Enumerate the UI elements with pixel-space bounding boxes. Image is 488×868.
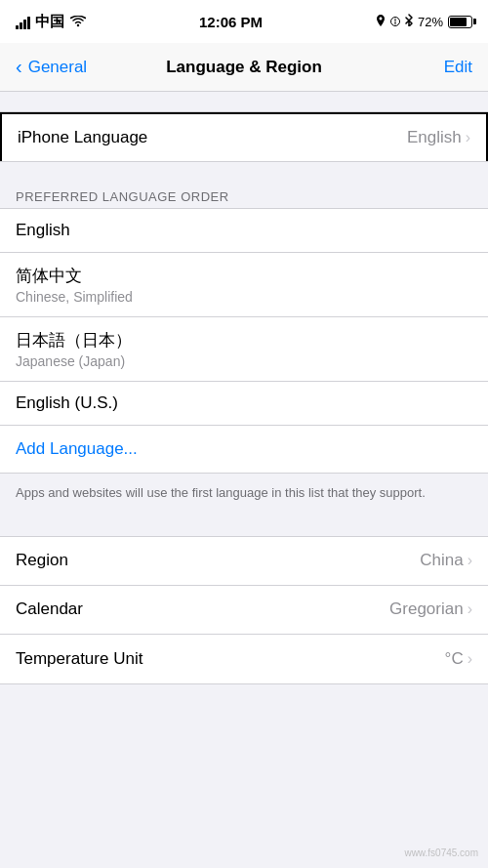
back-label: General	[28, 58, 87, 77]
list-item[interactable]: 简体中文 Chinese, Simplified	[0, 253, 488, 317]
page-title: Language & Region	[166, 58, 322, 77]
svg-marker-6	[394, 21, 396, 25]
add-language-button[interactable]: Add Language...	[0, 425, 488, 474]
list-item[interactable]: English	[0, 209, 488, 253]
temperature-chevron-icon: ›	[468, 650, 472, 668]
content: iPhone Language English › PREFERRED LANG…	[0, 92, 488, 868]
status-time: 12:06 PM	[199, 14, 263, 30]
lang-main-text: English	[16, 221, 472, 240]
lang-main-text: English (U.S.)	[16, 393, 472, 413]
svg-marker-5	[394, 18, 396, 21]
svg-rect-1	[20, 22, 22, 29]
compass-icon	[390, 15, 400, 29]
region-label: Region	[16, 551, 68, 570]
svg-rect-3	[27, 17, 30, 29]
list-item[interactable]: 日本語（日本） Japanese (Japan)	[0, 317, 488, 382]
lang-main-text: 简体中文	[16, 265, 472, 287]
battery-percentage: 72%	[418, 15, 443, 29]
back-button[interactable]: ‹ General	[16, 56, 87, 78]
temperature-label: Temperature Unit	[16, 649, 142, 669]
bluetooth-icon	[405, 14, 413, 29]
calendar-chevron-icon: ›	[468, 600, 472, 618]
back-chevron-icon: ‹	[16, 56, 22, 78]
list-item[interactable]: English (U.S.)	[0, 382, 488, 425]
calendar-label: Calendar	[16, 599, 83, 619]
iphone-language-row[interactable]: iPhone Language English ›	[0, 112, 488, 161]
iphone-language-value: English ›	[407, 128, 470, 147]
language-list-group: English 简体中文 Chinese, Simplified 日本語（日本）…	[0, 208, 488, 425]
temperature-row[interactable]: Temperature Unit °C ›	[0, 635, 488, 683]
status-left: 中国	[16, 13, 86, 31]
preferred-language-header: PREFERRED LANGUAGE ORDER	[0, 182, 488, 208]
info-note: Apps and websites will use the first lan…	[0, 474, 488, 517]
status-right: 72%	[376, 14, 472, 29]
battery-icon	[448, 16, 472, 28]
carrier-text: 中国	[16, 13, 64, 31]
watermark: www.fs0745.com	[404, 847, 478, 858]
bottom-spacer	[0, 517, 488, 536]
top-spacer	[0, 92, 488, 111]
calendar-row[interactable]: Calendar Gregorian ›	[0, 586, 488, 635]
nav-bar: ‹ General Language & Region Edit	[0, 43, 488, 92]
region-settings-group: Region China › Calendar Gregorian › Temp…	[0, 536, 488, 684]
lang-sub-text: Chinese, Simplified	[16, 289, 472, 305]
temperature-value: °C ›	[445, 649, 472, 669]
wifi-icon	[70, 14, 86, 30]
status-bar: 中国 12:06 PM 72%	[0, 0, 488, 43]
lang-order-spacer	[0, 162, 488, 182]
region-row[interactable]: Region China ›	[0, 537, 488, 586]
svg-rect-2	[23, 20, 26, 29]
location-icon	[376, 15, 386, 29]
svg-rect-0	[16, 25, 19, 29]
lang-main-text: 日本語（日本）	[16, 329, 472, 351]
iphone-language-label: iPhone Language	[18, 128, 147, 147]
region-value: China ›	[420, 551, 472, 570]
lang-sub-text: Japanese (Japan)	[16, 353, 472, 369]
iphone-language-chevron-icon: ›	[466, 129, 470, 146]
calendar-value: Gregorian ›	[389, 599, 472, 619]
iphone-language-group: iPhone Language English ›	[0, 111, 488, 162]
region-chevron-icon: ›	[468, 552, 472, 569]
edit-button[interactable]: Edit	[444, 58, 472, 77]
